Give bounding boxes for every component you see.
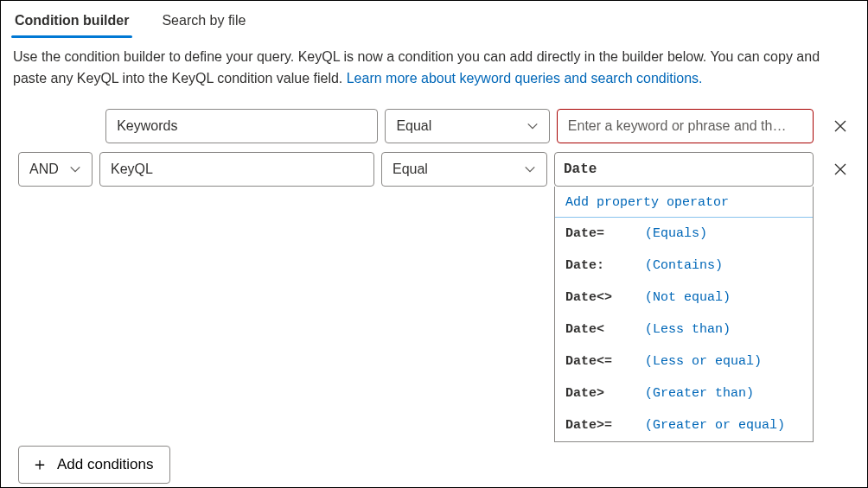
logic-label: AND [29, 162, 59, 177]
operator-label: Equal [393, 162, 428, 177]
description-text: Use the condition builder to define your… [1, 38, 867, 105]
keyql-value-input[interactable]: Date [554, 152, 814, 187]
suggest-op: Date= [565, 226, 645, 241]
autocomplete-item[interactable]: Date<> (Not equal) [555, 282, 813, 314]
suggest-desc: (Not equal) [645, 290, 731, 305]
keyword-input[interactable]: Enter a keyword or phrase and th… [557, 109, 814, 143]
close-icon [833, 162, 847, 176]
plus-icon: ＋ [31, 453, 48, 476]
add-conditions-button[interactable]: ＋ Add conditions [18, 446, 170, 484]
autocomplete-item[interactable]: Date> (Greater than) [555, 377, 813, 409]
suggest-desc: (Contains) [645, 258, 723, 273]
tab-condition-builder[interactable]: Condition builder [11, 8, 132, 37]
operator-dropdown[interactable]: Equal [381, 152, 547, 187]
suggest-desc: (Greater or equal) [645, 418, 785, 433]
logic-dropdown[interactable]: AND [18, 152, 93, 187]
suggest-desc: (Less than) [645, 322, 731, 337]
suggest-desc: (Less or equal) [645, 354, 762, 369]
suggest-op: Date>= [565, 418, 645, 433]
chevron-down-icon [524, 163, 536, 175]
autocomplete-item[interactable]: Date>= (Greater or equal) [555, 409, 813, 441]
suggest-op: Date> [565, 386, 645, 401]
suggest-op: Date< [565, 322, 645, 337]
autocomplete-header: Add property operator [555, 187, 813, 218]
tabs: Condition builder Search by file [1, 1, 867, 38]
property-field[interactable]: Keywords [105, 109, 378, 143]
operator-label: Equal [396, 118, 431, 134]
suggest-desc: (Equals) [645, 226, 707, 241]
suggest-op: Date: [565, 258, 645, 273]
add-conditions-label: Add conditions [57, 456, 154, 473]
suggest-op: Date<> [565, 290, 645, 305]
tab-search-by-file[interactable]: Search by file [158, 8, 249, 37]
autocomplete-item[interactable]: Date< (Less than) [555, 314, 813, 345]
property-field[interactable]: KeyQL [99, 152, 374, 187]
chevron-down-icon [527, 120, 539, 132]
suggest-op: Date<= [565, 354, 645, 369]
remove-row-button[interactable] [829, 158, 852, 181]
condition-row: Keywords Equal Enter a keyword or phrase… [18, 109, 852, 143]
learn-more-link[interactable]: Learn more about keyword queries and sea… [347, 71, 703, 86]
autocomplete-item[interactable]: Date= (Equals) [555, 218, 813, 250]
suggest-desc: (Greater than) [645, 386, 754, 401]
autocomplete-dropdown: Add property operator Date= (Equals) Dat… [554, 187, 814, 442]
operator-dropdown[interactable]: Equal [385, 109, 549, 143]
autocomplete-item[interactable]: Date<= (Less or equal) [555, 345, 813, 377]
remove-row-button[interactable] [829, 115, 852, 137]
chevron-down-icon [69, 163, 81, 175]
close-icon [833, 119, 847, 133]
autocomplete-item[interactable]: Date: (Contains) [555, 250, 813, 282]
condition-row: AND KeyQL Equal Date Add property operat… [18, 152, 852, 187]
